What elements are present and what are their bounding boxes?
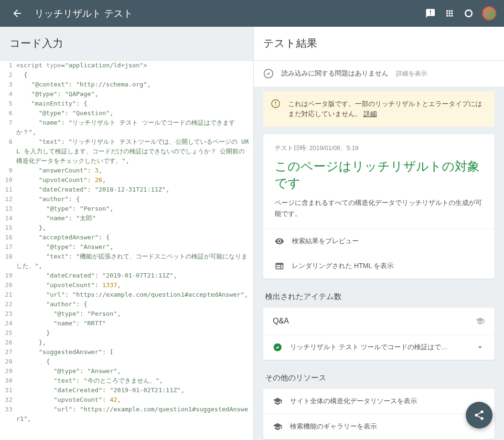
apps-icon	[445, 9, 454, 18]
svg-rect-5	[275, 105, 276, 106]
back-button[interactable]	[8, 4, 27, 23]
announcement-icon	[425, 8, 436, 19]
results-title: テスト結果	[254, 27, 504, 60]
beta-detail-link[interactable]: 詳細	[364, 110, 377, 118]
preview-results-button[interactable]: 検索結果をプレビュー	[263, 229, 494, 254]
resource-structured-data[interactable]: サイト全体の構造化データリソースを表示	[263, 389, 494, 414]
code-editor[interactable]: 1<script type="application/ld+json">2 {3…	[0, 60, 253, 440]
eligibility-card: テスト日時: 2019/01/08、5:19 このページはリッチリザルトの対象で…	[263, 134, 494, 279]
app-title: リッチリザルト テスト	[34, 7, 133, 20]
code-input-title: コード入力	[0, 27, 253, 60]
chevron-down-icon	[475, 343, 485, 352]
loading-detail-link[interactable]: 詳細を表示	[396, 69, 427, 78]
other-resources-heading: その他のリソース	[263, 367, 494, 389]
school-icon	[273, 422, 282, 431]
school-icon	[273, 397, 282, 406]
arrow-back-icon	[11, 8, 23, 19]
user-avatar[interactable]	[482, 6, 496, 21]
test-date: テスト日時: 2019/01/08、5:19	[275, 144, 483, 152]
svg-point-1	[466, 11, 472, 16]
detected-item-row[interactable]: リッチリザルト テスト ツールでコードの検証はで…	[263, 335, 494, 360]
detected-items-heading: 検出されたアイテム数	[263, 286, 494, 308]
loading-status-text: 読み込みに関する問題はありません	[281, 69, 388, 78]
code-input-panel: コード入力 1<script type="application/ld+json…	[0, 27, 253, 440]
share-icon	[473, 409, 485, 421]
beta-banner: これはベータ版です。一部のリッチリザルトとエラータイプにはまだ対応していません。…	[263, 91, 494, 127]
eligibility-subtitle: ページに含まれるすべての構造化データでリッチリザルトの生成が可能です。	[275, 197, 483, 219]
warning-icon	[271, 99, 280, 119]
view-html-button[interactable]: レンダリングされた HTML を表示	[263, 254, 494, 279]
loading-status-row: 読み込みに関する問題はありません 詳細を表示	[254, 60, 504, 86]
share-fab[interactable]	[466, 402, 493, 429]
detected-type-header[interactable]: Q&A	[263, 308, 494, 335]
feedback-button[interactable]	[421, 4, 440, 23]
detected-items-card: Q&A リッチリザルト テスト ツールでコードの検証はで…	[263, 308, 494, 360]
results-panel: テスト結果 読み込みに関する問題はありません 詳細を表示 これはベータ版です。一…	[253, 27, 504, 440]
apps-button[interactable]	[440, 4, 459, 23]
app-header: リッチリザルト テスト	[0, 0, 504, 27]
school-icon	[475, 316, 485, 326]
other-resources-card: サイト全体の構造化データリソースを表示 検索機能のギャラリーを表示	[263, 389, 494, 439]
eye-icon	[275, 236, 284, 246]
beta-banner-text: これはベータ版です。一部のリッチリザルトとエラータイプにはまだ対応していません。…	[288, 99, 487, 119]
bell-icon	[463, 8, 474, 19]
notifications-button[interactable]	[459, 4, 478, 23]
resource-search-gallery[interactable]: 検索機能のギャラリーを表示	[263, 414, 494, 439]
check-circle-outline-icon	[263, 68, 274, 79]
web-icon	[275, 261, 284, 271]
check-circle-icon	[273, 343, 282, 352]
eligibility-title: このページはリッチリザルトの対象です	[275, 158, 483, 192]
svg-rect-4	[275, 101, 276, 104]
